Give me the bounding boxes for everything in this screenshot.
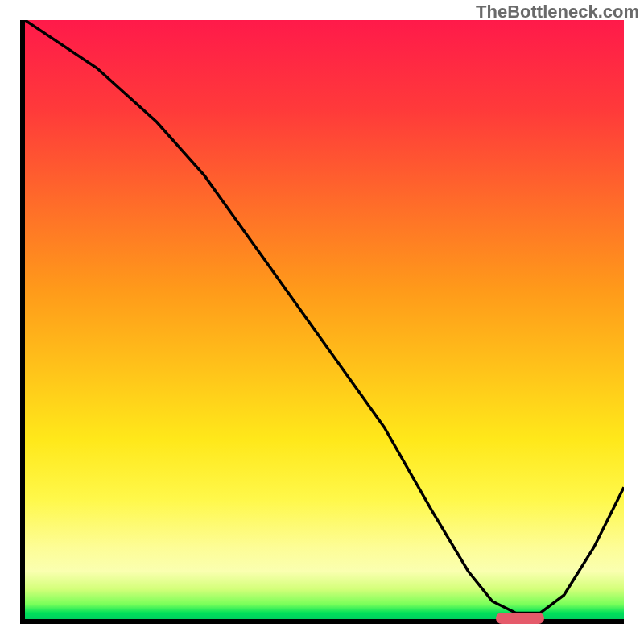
gradient-background [25, 20, 624, 619]
plot-area [20, 20, 624, 624]
chart-container: TheBottleneck.com [0, 0, 644, 644]
optimal-range-marker [496, 613, 544, 624]
